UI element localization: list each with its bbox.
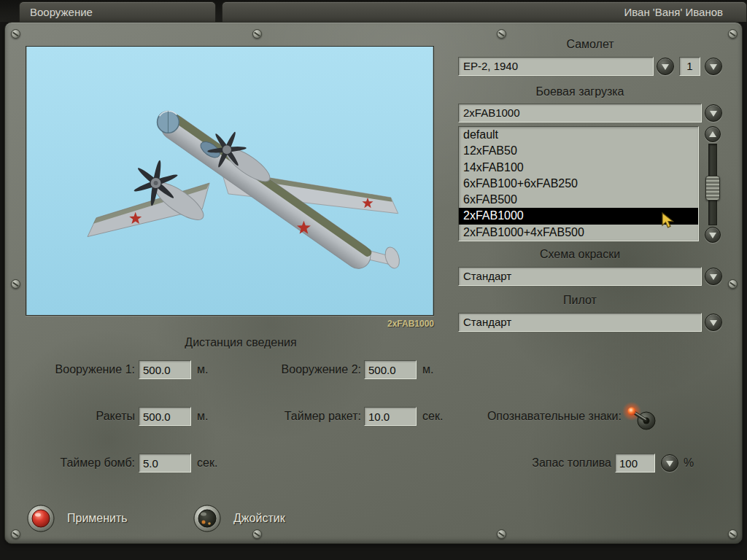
loadout-select[interactable]: 2xFAB1000	[458, 104, 702, 122]
preview-caption: 2xFAB1000	[26, 319, 434, 329]
pilot-section-label: Пилот	[458, 294, 702, 307]
mouse-cursor	[661, 212, 677, 233]
screw-icon	[728, 279, 738, 289]
aircraft-preview-image	[26, 47, 433, 315]
screw-icon	[252, 29, 262, 39]
apply-button-label: Применить	[67, 504, 128, 533]
weapon1-label: Вооружение 1:	[29, 360, 135, 379]
rockets-label: Ракеты	[29, 407, 135, 426]
loadout-option[interactable]: default	[459, 127, 698, 143]
bomb-timer-unit: сек.	[197, 454, 217, 472]
weapon1-input[interactable]	[139, 360, 191, 379]
chevron-down-icon	[666, 461, 673, 467]
aircraft-count-field[interactable]: 1	[679, 57, 700, 76]
screw-icon	[497, 529, 506, 539]
screw-icon	[728, 29, 738, 39]
paint-scheme-value: Стандарт	[463, 270, 511, 282]
chevron-down-icon	[710, 111, 717, 117]
convergence-title: Дистанция сведения	[120, 333, 361, 352]
joystick-knob-icon	[193, 504, 222, 533]
toggle-switch-icon	[622, 400, 659, 433]
weapon2-label: Вооружение 2:	[257, 360, 361, 379]
weapon1-unit: м.	[197, 360, 208, 379]
top-menu-bar: Вооружение Иван 'Ваня' Иванов	[0, 0, 747, 22]
aircraft-count-value: 1	[686, 60, 692, 72]
loadout-option[interactable]: 6xFAB100+6xFAB250	[459, 176, 698, 192]
loadout-option[interactable]: 12xFAB50	[459, 143, 698, 159]
pilot-dropdown-button[interactable]	[705, 314, 722, 331]
rockets-unit: м.	[197, 407, 208, 426]
aircraft-select[interactable]: ЕР-2, 1940	[458, 57, 654, 76]
rocket-timer-unit: сек.	[422, 407, 443, 426]
scrollbar-thumb[interactable]	[705, 176, 720, 201]
paint-scheme-label: Схема окраски	[458, 248, 702, 261]
loadout-option[interactable]: 6xFAB500	[459, 192, 698, 208]
bomb-timer-input[interactable]	[139, 454, 191, 472]
pilot-select[interactable]: Стандарт	[458, 313, 702, 332]
tab-pilot-name[interactable]: Иван 'Ваня' Иванов	[222, 1, 747, 22]
screw-icon	[728, 529, 738, 539]
fuel-label: Запас топлива	[503, 454, 611, 472]
aircraft-section-label: Самолет	[458, 38, 722, 51]
rocket-timer-label: Таймер ракет:	[257, 407, 361, 426]
tab-armament-label: Вооружение	[30, 6, 93, 18]
bomb-timer-label: Таймер бомб:	[29, 454, 135, 472]
aircraft-dropdown-button[interactable]	[657, 58, 674, 75]
pilot-select-value: Стандарт	[463, 316, 511, 328]
joystick-button[interactable]: Джойстик	[193, 503, 285, 534]
aircraft-select-value: ЕР-2, 1940	[463, 60, 518, 72]
aircraft-preview	[26, 46, 434, 316]
fuel-dropdown-button[interactable]	[661, 454, 678, 472]
chevron-up-icon	[709, 131, 716, 137]
screw-icon	[11, 279, 20, 289]
markings-label: Опознавательные знаки:	[451, 407, 622, 426]
tab-pilot-name-label: Иван 'Ваня' Иванов	[624, 6, 723, 18]
fuel-input[interactable]	[615, 454, 655, 472]
markings-toggle-switch[interactable]	[622, 400, 659, 433]
joystick-button-label: Джойстик	[233, 504, 285, 533]
fuel-unit: %	[684, 454, 694, 472]
chevron-down-icon	[709, 233, 716, 238]
chevron-down-icon	[710, 64, 717, 70]
scroll-down-button[interactable]	[705, 227, 721, 243]
chevron-down-icon	[710, 320, 717, 326]
screw-icon	[11, 29, 20, 39]
weapon2-unit: м.	[422, 360, 433, 379]
rocket-timer-input[interactable]	[364, 407, 417, 426]
loadout-select-value: 2xFAB1000	[463, 106, 520, 119]
loadout-section-label: Боевая загрузка	[458, 85, 702, 98]
loadout-option[interactable]: 14xFAB100	[459, 160, 698, 176]
tab-armament[interactable]: Вооружение	[19, 1, 216, 22]
paint-scheme-select[interactable]: Стандарт	[458, 267, 702, 286]
apply-button[interactable]: Применить	[26, 503, 128, 534]
chevron-down-icon	[710, 274, 717, 280]
screw-icon	[11, 529, 20, 539]
rockets-input[interactable]	[139, 407, 191, 426]
arming-screen: Вооружение Иван 'Ваня' Иванов	[0, 0, 747, 560]
red-button-icon	[26, 504, 55, 533]
scroll-up-button[interactable]	[705, 126, 721, 142]
weapon2-input[interactable]	[364, 360, 417, 379]
chevron-down-icon	[662, 64, 669, 70]
loadout-dropdown-button[interactable]	[705, 104, 722, 122]
count-dropdown-button[interactable]	[705, 58, 722, 75]
paint-scheme-dropdown-button[interactable]	[705, 268, 722, 285]
